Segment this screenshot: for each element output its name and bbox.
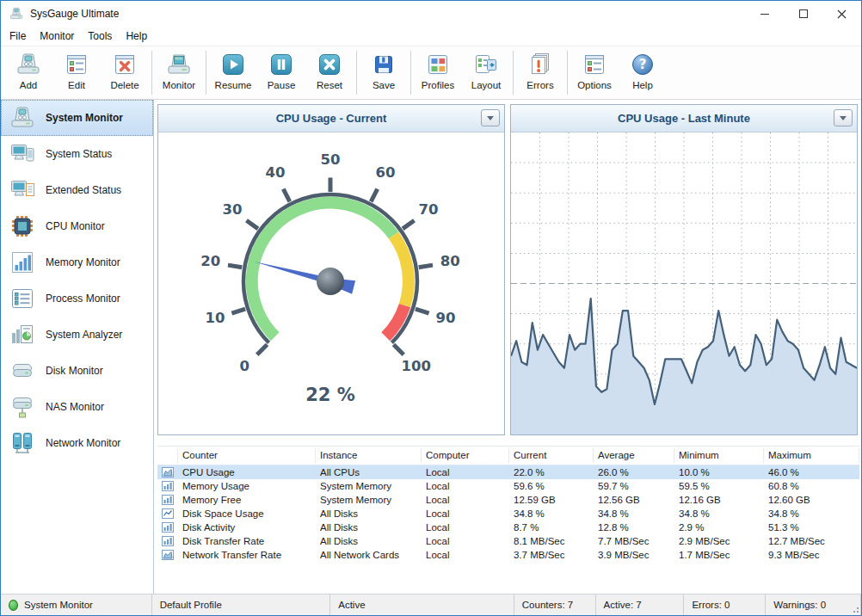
cell: All CPUs — [316, 467, 422, 477]
resume-icon — [219, 51, 247, 78]
column-header-instance[interactable]: Instance — [316, 448, 422, 463]
menu-file[interactable]: File — [3, 28, 33, 46]
column-header-minimum[interactable]: Minimum — [674, 448, 764, 463]
table-row[interactable]: Disk Transfer RateAll DisksLocal8.1 MB/S… — [157, 534, 859, 548]
table-row[interactable]: Memory FreeSystem MemoryLocal12.59 GB12.… — [157, 493, 859, 507]
chart-panel-header: CPU Usage - Last Minute — [511, 105, 857, 132]
column-header-maximum[interactable]: Maximum — [764, 448, 859, 463]
cell: 1.7 MB/Sec — [674, 550, 764, 560]
column-header-counter[interactable]: Counter — [178, 448, 316, 463]
sidebar-item-extended-status[interactable]: Extended Status — [1, 172, 153, 208]
statusbar: System MonitorDefault ProfileActiveCount… — [1, 594, 861, 615]
chevron-down-icon — [487, 116, 494, 120]
status-counters: Counters: 7 — [514, 594, 596, 615]
column-header-computer[interactable]: Computer — [422, 448, 509, 463]
table-row[interactable]: Memory UsageSystem MemoryLocal59.6 %59.7… — [157, 479, 859, 493]
minimize-button[interactable] — [745, 1, 784, 27]
sidebar-item-label: System Analyzer — [46, 329, 122, 341]
cell: Disk Space Usage — [178, 508, 316, 519]
toolbar-button-label: Delete — [110, 80, 139, 90]
toolbar-pause-button[interactable]: Pause — [257, 48, 305, 99]
sidebar-item-label: Extended Status — [46, 184, 121, 196]
chart-options-dropdown-button[interactable] — [834, 109, 853, 126]
status-text: Active — [338, 600, 365, 610]
system-monitor-icon — [7, 104, 38, 132]
toolbar-options-button[interactable]: Options — [570, 48, 619, 99]
table-row[interactable]: Disk Space UsageAll DisksLocal34.8 %34.8… — [157, 507, 859, 521]
column-header-current[interactable]: Current — [509, 448, 594, 463]
cell: Local — [422, 508, 509, 519]
cell: Network Transfer Rate — [178, 550, 316, 560]
menu-tools[interactable]: Tools — [81, 28, 119, 46]
maximize-button[interactable] — [784, 1, 822, 27]
window-title: SysGauge Ultimate — [30, 8, 119, 20]
toolbar-button-label: Edit — [68, 80, 85, 90]
sidebar-item-network-monitor[interactable]: Network Monitor — [1, 425, 153, 461]
toolbar-separator — [206, 51, 206, 95]
sidebar-item-system-monitor[interactable]: System Monitor — [1, 100, 153, 136]
cell: 3.9 MB/Sec — [594, 550, 674, 560]
toolbar-separator — [513, 51, 514, 95]
column-header-icon[interactable] — [157, 448, 178, 463]
cpu-monitor-icon — [7, 213, 38, 240]
svg-text:10: 10 — [205, 310, 225, 326]
svg-text:70: 70 — [419, 201, 439, 218]
memory-monitor-icon — [7, 249, 38, 276]
cell: 8.7 % — [509, 522, 594, 533]
toolbar-edit-button[interactable]: Edit — [52, 48, 101, 99]
toolbar-help-button[interactable]: ? Help — [619, 48, 667, 99]
add-icon — [15, 51, 42, 78]
cell: 59.6 % — [509, 481, 594, 491]
cell: 10.0 % — [674, 467, 764, 477]
toolbar-delete-button[interactable]: Delete — [101, 48, 149, 99]
cpu-gauge: 010203040506070809010022 % — [158, 132, 504, 434]
toolbar-resume-button[interactable]: Resume — [209, 48, 257, 99]
table-row[interactable]: Network Transfer RateAll Network CardsLo… — [157, 548, 859, 562]
sidebar-item-process-monitor[interactable]: Process Monitor — [1, 280, 153, 317]
toolbar-button-label: Errors — [526, 80, 553, 90]
menu-monitor[interactable]: Monitor — [33, 28, 81, 46]
titlebar: SysGauge Ultimate — [1, 1, 861, 27]
toolbar-monitor-button[interactable]: Monitor — [155, 48, 203, 99]
column-header-average[interactable]: Average — [594, 448, 674, 463]
toolbar-add-button[interactable]: Add — [4, 48, 52, 99]
cell: Local — [422, 495, 509, 505]
cell: 8.1 MB/Sec — [509, 536, 594, 546]
sidebar-item-disk-monitor[interactable]: Disk Monitor — [1, 353, 153, 389]
toolbar-reset-button[interactable]: Reset — [305, 48, 354, 99]
toolbar-save-button[interactable]: Save — [360, 48, 408, 99]
sidebar-item-nas-monitor[interactable]: NAS Monitor — [1, 389, 153, 425]
gauge-options-dropdown-button[interactable] — [481, 109, 500, 126]
toolbar-layout-button[interactable]: Layout — [462, 48, 510, 99]
resize-grip-icon[interactable] — [851, 605, 859, 613]
menu-help[interactable]: Help — [119, 28, 154, 46]
sidebar-item-label: CPU Monitor — [46, 220, 105, 232]
svg-text:50: 50 — [321, 151, 341, 168]
cell: 26.0 % — [594, 467, 674, 477]
toolbar-profiles-button[interactable]: Profiles — [414, 48, 462, 99]
sidebar-item-cpu-monitor[interactable]: CPU Monitor — [1, 208, 153, 244]
table-row[interactable]: CPU UsageAll CPUsLocal22.0 %26.0 %10.0 %… — [157, 465, 859, 479]
sidebar-item-system-analyzer[interactable]: System Analyzer — [1, 317, 153, 353]
cell: 12.7 MB/Sec — [764, 536, 859, 546]
cell: 22.0 % — [509, 467, 594, 477]
close-button[interactable] — [822, 1, 861, 27]
app-icon — [9, 6, 24, 22]
sidebar-item-label: Disk Monitor — [46, 365, 103, 377]
status-text: Errors: 0 — [692, 600, 730, 610]
cpu-history-chart — [511, 132, 857, 434]
table-row[interactable]: Disk ActivityAll DisksLocal8.7 %12.8 %2.… — [157, 521, 859, 534]
gauge-panel: CPU Usage - Current 01020304050607080901… — [157, 104, 505, 435]
sidebar-item-system-status[interactable]: System Status — [1, 136, 153, 172]
cell: 34.8 % — [509, 508, 594, 519]
options-icon — [581, 51, 608, 78]
app-window: SysGauge Ultimate FileMonitorToolsHelp A… — [0, 0, 862, 616]
sidebar-item-label: Network Monitor — [46, 437, 120, 449]
sidebar-item-memory-monitor[interactable]: Memory Monitor — [1, 244, 153, 280]
toolbar-separator — [151, 51, 152, 95]
status-default-profile: Default Profile — [152, 594, 331, 615]
cell: 12.16 GB — [674, 495, 764, 505]
toolbar-errors-button[interactable]: Errors — [516, 48, 564, 99]
svg-text:90: 90 — [436, 310, 456, 326]
minimize-icon — [760, 14, 769, 15]
